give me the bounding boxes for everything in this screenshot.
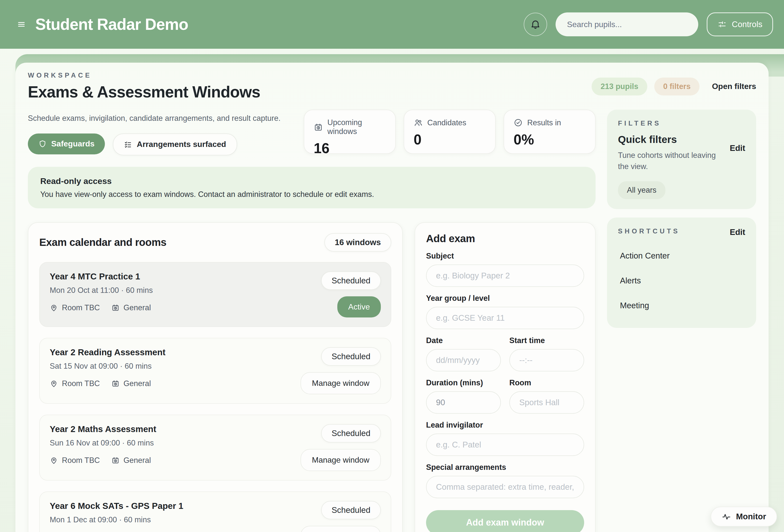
room-input[interactable] xyxy=(509,391,584,414)
calendar-clock-icon xyxy=(111,380,119,388)
location-pin-icon xyxy=(50,456,58,465)
year-group-input[interactable] xyxy=(426,307,584,329)
workspace-heading-group: WORKSPACE Exams & Assessment Windows xyxy=(28,72,260,101)
stat-top: Candidates xyxy=(414,118,486,127)
monitor-label: Monitor xyxy=(736,512,766,521)
bell-icon xyxy=(530,19,541,30)
exam-item: Year 4 MTC Practice 1 Mon 20 Oct at 11:0… xyxy=(39,262,391,327)
exam-status-badge: Scheduled xyxy=(321,347,381,366)
stats-row: Upcoming windows 16 Candidates 0 Results… xyxy=(304,110,595,154)
filters-eyebrow: FILTERS xyxy=(618,119,725,127)
exam-meta: Room TBC General xyxy=(50,456,156,465)
exam-action-button[interactable]: Manage window xyxy=(301,372,381,394)
exam-action-button[interactable]: Manage window xyxy=(301,449,381,471)
workspace-eyebrow: WORKSPACE xyxy=(28,72,260,79)
pupils-count-badge: 213 pupils xyxy=(592,78,647,95)
subject-input[interactable] xyxy=(426,264,584,287)
field-label: Special arrangements xyxy=(426,463,584,472)
form-field: Start time xyxy=(509,336,584,371)
form-field: Subject xyxy=(426,252,584,287)
exam-title: Year 4 MTC Practice 1 xyxy=(50,272,153,281)
calendar-clock-icon xyxy=(111,456,119,465)
shield-icon xyxy=(38,140,47,148)
read-only-notice: Read-only access You have view-only acce… xyxy=(28,167,595,208)
safeguards-chip-label: Safeguards xyxy=(51,139,94,148)
stat-label: Results in xyxy=(527,118,561,127)
shortcuts-edit-button[interactable]: Edit xyxy=(730,227,745,237)
notifications-button[interactable] xyxy=(524,13,547,36)
add-exam-panel: Add exam Subject Year group / level Date… xyxy=(415,222,595,532)
stat-icon xyxy=(513,118,523,127)
shortcut-item[interactable]: Meeting xyxy=(618,293,745,318)
stat-label: Upcoming windows xyxy=(327,118,386,136)
stat-value: 0% xyxy=(513,131,586,148)
date-input[interactable] xyxy=(426,349,501,371)
add-exam-window-button[interactable]: Add exam window xyxy=(426,510,584,532)
all-years-chip[interactable]: All years xyxy=(618,181,666,199)
stat-value: 0 xyxy=(414,131,486,148)
stat-top: Results in xyxy=(513,118,586,127)
exam-item-info: Year 2 Reading Assessment Sat 15 Nov at … xyxy=(50,347,166,394)
monitor-button[interactable]: Monitor xyxy=(711,507,777,527)
exam-title: Year 2 Reading Assessment xyxy=(50,347,166,357)
field-label: Subject xyxy=(426,252,584,260)
exam-room: Room TBC xyxy=(62,456,100,465)
exam-item-info: Year 2 Maths Assessment Sun 16 Nov at 09… xyxy=(50,424,156,471)
exam-tag: General xyxy=(123,456,151,465)
duration-input[interactable] xyxy=(426,391,501,414)
exam-datetime: Sun 16 Nov at 09:00 · 60 mins xyxy=(50,439,156,447)
controls-label: Controls xyxy=(732,20,762,29)
exam-status-badge: Scheduled xyxy=(321,424,381,443)
shortcut-item[interactable]: Alerts xyxy=(618,268,745,293)
top-bar: Student Radar Demo Controls xyxy=(0,0,784,49)
exam-room: Room TBC xyxy=(62,303,100,312)
search-input[interactable] xyxy=(556,12,698,36)
workspace-badges: 213 pupils 0 filters Open filters xyxy=(592,78,756,95)
page-title: Exams & Assessment Windows xyxy=(28,83,260,101)
exam-status-badge: Scheduled xyxy=(321,272,381,290)
hamburger-menu-icon[interactable] xyxy=(16,19,27,29)
controls-button[interactable]: Controls xyxy=(707,12,773,36)
stat-value: 16 xyxy=(314,140,386,157)
add-exam-form: Subject Year group / level Date Start ti… xyxy=(426,252,584,505)
start-time-input[interactable] xyxy=(509,349,584,371)
stat-top: Upcoming windows xyxy=(314,118,386,136)
field-label: Lead invigilator xyxy=(426,421,584,429)
add-exam-title: Add exam xyxy=(426,233,584,245)
calendar-clock-icon xyxy=(111,304,119,312)
form-field: Year group / level xyxy=(426,294,584,329)
exam-meta: Room TBC General xyxy=(50,379,166,388)
open-filters-button[interactable]: Open filters xyxy=(712,82,756,91)
stat-icon xyxy=(314,122,323,132)
quick-filters-title: Quick filters xyxy=(618,134,725,145)
exam-status-badge: Scheduled xyxy=(321,501,381,519)
checklist-icon xyxy=(124,140,132,149)
workspace-card: WORKSPACE Exams & Assessment Windows 213… xyxy=(16,63,768,532)
form-field: Special arrangements xyxy=(426,463,584,498)
filters-edit-button[interactable]: Edit xyxy=(730,143,745,153)
exam-tag: General xyxy=(123,303,151,312)
exam-list: Year 4 MTC Practice 1 Mon 20 Oct at 11:0… xyxy=(39,262,391,532)
shortcut-item[interactable]: Action Center xyxy=(618,243,745,268)
shortcut-list: Action CenterAlertsMeeting xyxy=(618,243,745,318)
arrangements-chip[interactable]: Arrangements surfaced xyxy=(113,134,237,156)
windows-count-badge: 16 windows xyxy=(325,233,391,252)
exam-meta: Room TBC General xyxy=(50,303,153,312)
stat-card: Results in 0% xyxy=(504,110,595,154)
notice-title: Read-only access xyxy=(40,176,583,186)
lead-invigilator-input[interactable] xyxy=(426,433,584,456)
special-arrangements-input[interactable] xyxy=(426,476,584,498)
exam-item: Year 6 Mock SATs - GPS Paper 1 Mon 1 Dec… xyxy=(39,492,391,532)
exam-action-button[interactable]: Active xyxy=(337,296,381,317)
exam-title: Year 2 Maths Assessment xyxy=(50,424,156,434)
exam-datetime: Sat 15 Nov at 09:00 · 60 mins xyxy=(50,362,166,371)
field-label: Date xyxy=(426,336,501,345)
safeguards-chip[interactable]: Safeguards xyxy=(28,134,105,155)
shortcuts-head: SHORTCUTS Edit xyxy=(618,227,745,237)
intro-text-block: Schedule exams, invigilation, candidate … xyxy=(28,110,294,156)
main-column: Schedule exams, invigilation, candidate … xyxy=(28,110,595,532)
field-label: Duration (mins) xyxy=(426,379,501,387)
intro-band: Schedule exams, invigilation, candidate … xyxy=(28,110,595,156)
exam-action-button[interactable]: Manage window xyxy=(301,526,381,532)
exam-item: Year 2 Reading Assessment Sat 15 Nov at … xyxy=(39,338,391,404)
